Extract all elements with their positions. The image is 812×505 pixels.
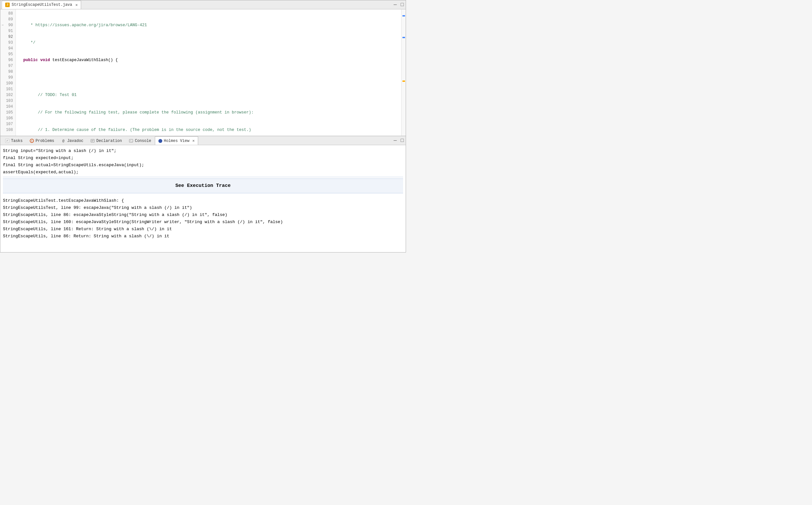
- line-100: 100: [0, 80, 15, 86]
- code-line-91: [18, 75, 399, 80]
- line-105: 105: [0, 110, 15, 116]
- line-99: 99: [0, 75, 15, 80]
- line-89: 89: [0, 16, 15, 22]
- tab-declaration[interactable]: Declaration: [87, 136, 126, 145]
- editor-tab-java[interactable]: J StringEscapeUtilsTest.java ✕: [2, 1, 81, 9]
- tab-javadoc[interactable]: @ Javadoc: [58, 136, 87, 145]
- trace-line-4: StringEscapeUtils, line 160: escapeJavaS…: [3, 218, 403, 226]
- problems-icon: !: [30, 139, 34, 143]
- line-numbers: 88 89 90 91 92 93 94 95 96 97 98 99 100 …: [0, 9, 16, 136]
- line-102: 102: [0, 92, 15, 98]
- line-107: 107: [0, 121, 15, 127]
- bottom-panel-controls: — □: [393, 138, 404, 144]
- line-90: 90: [0, 22, 15, 28]
- code-line-93: // For the following failing test, pleas…: [18, 110, 399, 116]
- editor-tab-close[interactable]: ✕: [75, 3, 77, 7]
- line-108: 108: [0, 127, 15, 133]
- blue-marker-2: [402, 37, 405, 38]
- javadoc-label: Javadoc: [67, 139, 83, 143]
- line-93: 93: [0, 40, 15, 45]
- console-icon: >_: [129, 139, 133, 143]
- see-execution-trace[interactable]: See Execution Trace: [3, 178, 403, 193]
- code-line-89: */: [18, 40, 399, 45]
- code-content[interactable]: * https://issues.apache.org/jira/browse/…: [16, 9, 401, 136]
- holmes-view-label: Holmes View: [164, 139, 189, 143]
- maximize-btn[interactable]: □: [400, 2, 404, 8]
- tab-tasks[interactable]: ✓ Tasks: [2, 136, 26, 145]
- line-104: 104: [0, 104, 15, 110]
- holmes-view-close[interactable]: ✕: [192, 138, 195, 143]
- line-95: 95: [0, 51, 15, 57]
- code-snippet-line3: final String actual=StringEscapeUtils.es…: [3, 162, 403, 168]
- tab-console[interactable]: >_ Console: [126, 136, 155, 145]
- problems-label: Problems: [35, 139, 54, 143]
- svg-text:>_: >_: [130, 140, 133, 142]
- line-98: 98: [0, 69, 15, 75]
- trace-line-2: StringEscapeUtilsTest, line 99: escapeJa…: [3, 204, 403, 211]
- trace-line-3: StringEscapeUtils, line 86: escapeJavaSt…: [3, 211, 403, 218]
- editor-panel: J StringEscapeUtilsTest.java ✕ — □ 88 89…: [0, 0, 406, 136]
- trace-line-5: StringEscapeUtils, line 161: Return: Str…: [3, 226, 403, 233]
- editor-tab-label: StringEscapeUtilsTest.java: [12, 3, 72, 7]
- holmes-icon: [158, 139, 162, 143]
- line-97: 97: [0, 63, 15, 69]
- line-101: 101: [0, 86, 15, 92]
- javadoc-icon: @: [61, 139, 66, 143]
- tasks-icon: ✓: [5, 139, 9, 143]
- line-92: 92: [0, 34, 15, 40]
- bottom-maximize-btn[interactable]: □: [400, 138, 404, 144]
- bottom-panel-content[interactable]: String input="String with a slash (/) in…: [0, 145, 406, 252]
- code-snippet-line4: assertEquals(expected,actual);: [3, 169, 403, 176]
- trace-line-1: StringEscapeUtilsTest.testEscapeJavaWith…: [3, 197, 403, 204]
- declaration-label: Declaration: [96, 139, 122, 143]
- bottom-tab-bar: ✓ Tasks ! Problems @ Javadoc: [0, 136, 406, 145]
- line-96: 96: [0, 57, 15, 63]
- console-label: Console: [135, 139, 151, 143]
- blue-marker: [402, 15, 405, 16]
- line-106: 106: [0, 116, 15, 121]
- line-94: 94: [0, 45, 15, 51]
- code-line-92: // TODO: Test 01: [18, 92, 399, 98]
- code-line-94: // 1. Determine cause of the failure. (T…: [18, 127, 399, 133]
- line-88: 88: [0, 11, 15, 16]
- orange-marker: [402, 80, 405, 82]
- code-line-90: public void testEscapeJavaWithSlash() {: [18, 57, 399, 63]
- tab-problems[interactable]: ! Problems: [26, 136, 58, 145]
- trace-line-6: StringEscapeUtils, line 86: Return: Stri…: [3, 233, 403, 240]
- declaration-icon: [90, 139, 95, 143]
- code-area: 88 89 90 91 92 93 94 95 96 97 98 99 100 …: [0, 9, 406, 136]
- svg-text:!: !: [31, 140, 33, 143]
- minimize-btn[interactable]: —: [393, 2, 398, 8]
- line-91: 91: [0, 28, 15, 34]
- bottom-panel: ✓ Tasks ! Problems @ Javadoc: [0, 136, 406, 252]
- tab-holmes-view[interactable]: Holmes View ✕: [155, 136, 198, 145]
- scrollbar-markers: [401, 9, 406, 136]
- code-snippet-line2: final String expected=input;: [3, 155, 403, 161]
- java-file-icon: J: [5, 3, 10, 7]
- editor-tab-bar: J StringEscapeUtilsTest.java ✕ — □: [0, 0, 406, 9]
- code-line-88: * https://issues.apache.org/jira/browse/…: [18, 22, 399, 28]
- svg-rect-2: [91, 139, 94, 142]
- divider-top: [3, 177, 403, 177]
- tab-list: ✓ Tasks ! Problems @ Javadoc: [2, 136, 198, 145]
- editor-controls: — □: [393, 2, 404, 8]
- line-103: 103: [0, 98, 15, 104]
- code-snippet-line1: String input="String with a slash (/) in…: [3, 148, 403, 154]
- bottom-minimize-btn[interactable]: —: [393, 138, 398, 144]
- trace-content: StringEscapeUtilsTest.testEscapeJavaWith…: [3, 195, 403, 240]
- tasks-label: Tasks: [11, 139, 23, 143]
